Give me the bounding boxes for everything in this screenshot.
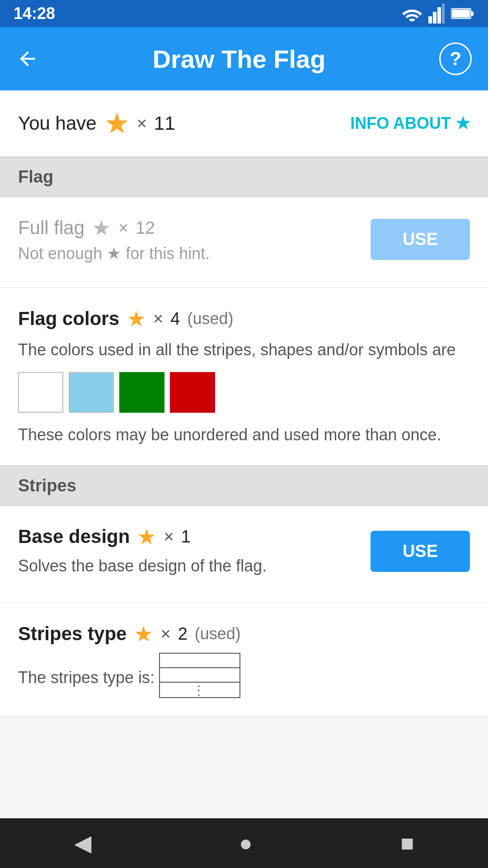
svg-rect-5 [452,9,470,18]
color-swatch-blue [69,372,114,413]
multiply-symbol: × [137,114,147,133]
stripes-type-desc-row: The stripes type is: ⋮ [18,653,470,698]
stripes-type-header: Stripes type ★ × 2 (used) [18,621,470,646]
nav-home-button[interactable]: ● [239,830,253,856]
svg-rect-0 [428,16,432,24]
back-button[interactable] [16,47,39,70]
base-design-use-button[interactable]: USE [371,531,470,572]
flag-colors-cost: 4 [170,309,180,329]
flag-colors-hint: Flag colors ★ × 4 (used) The colors used… [0,288,488,466]
status-time: 14:28 [14,4,55,23]
nav-back-button[interactable]: ◀ [74,830,91,856]
color-swatch-white [18,372,63,413]
nav-spacer [0,717,488,775]
svg-rect-3 [442,4,445,24]
help-icon: ? [450,48,461,70]
status-bar: 14:28 [0,0,488,27]
stripes-type-illustration: ⋮ [159,653,240,698]
info-about-label: INFO ABOUT ★ [350,114,470,133]
svg-rect-2 [437,7,441,24]
star-count: 11 [154,113,175,134]
page-title: Draw The Flag [153,44,326,74]
flag-colors-title: Flag colors [18,308,119,330]
stripes-type-star-icon: ★ [134,621,153,646]
flag-colors-desc1: The colors used in all the stripes, shap… [18,338,470,362]
color-swatch-green [119,372,164,413]
svg-rect-6 [471,11,474,16]
base-design-desc: Solves the base design of the flag. [18,554,267,578]
status-icons [402,4,474,24]
full-flag-hint: Full flag ★ × 12 Not enough ★ for this h… [0,197,488,288]
base-design-cost: 1 [181,527,191,547]
battery-icon [451,7,474,20]
svg-rect-1 [433,12,436,24]
base-design-star-icon: ★ [137,524,156,549]
you-have-label: You have [18,113,97,134]
stars-row: You have ★ × 11 INFO ABOUT ★ [0,90,488,157]
signal-icon [428,4,445,24]
stripe-2 [160,668,239,683]
info-about-button[interactable]: INFO ABOUT ★ [350,114,470,133]
full-flag-not-enough: Not enough ★ for this hint. [18,244,210,263]
flag-color-swatches [18,372,470,413]
help-button[interactable]: ? [439,42,472,75]
back-icon [16,47,39,70]
full-flag-cost: 12 [136,218,155,238]
flag-colors-used-badge: (used) [187,309,233,328]
flag-section-header: Flag [0,157,488,197]
stripe-1 [160,654,239,668]
full-flag-title: Full flag [18,217,84,239]
flag-colors-header: Flag colors ★ × 4 (used) [18,306,470,331]
nav-bar: ◀ ● ■ [0,818,488,868]
stripes-type-used-badge: (used) [195,624,241,643]
full-flag-left: Full flag ★ × 12 Not enough ★ for this h… [18,215,210,263]
stripes-type-cost: 2 [178,624,188,644]
star-icon-large: ★ [104,107,130,140]
nav-home-icon: ● [239,830,253,856]
base-design-multiply: × [164,527,174,547]
app-bar: Draw The Flag ? [0,27,488,90]
base-design-hint: Base design ★ × 1 Solves the base design… [0,506,488,603]
full-flag-use-button[interactable]: USE [371,219,470,260]
color-swatch-red [170,372,215,413]
stripes-type-multiply: × [160,624,170,644]
flag-colors-multiply: × [153,309,163,329]
stripe-dots: ⋮ [160,683,239,698]
stripes-section-header: Stripes [0,466,488,506]
full-flag-header: Full flag ★ × 12 Not enough ★ for this h… [18,215,470,263]
wifi-icon [402,6,422,21]
stars-info: You have ★ × 11 [18,107,175,140]
nav-recents-button[interactable]: ■ [400,830,414,856]
nav-back-icon: ◀ [74,830,91,856]
flag-colors-star-icon: ★ [127,306,146,331]
stripes-type-hint: Stripes type ★ × 2 (used) The stripes ty… [0,603,488,717]
flag-colors-desc2: These colors may be unordered and used m… [18,423,470,447]
base-design-left: Base design ★ × 1 Solves the base design… [18,524,267,578]
nav-recents-icon: ■ [400,830,414,856]
full-flag-multiply: × [118,218,128,238]
base-design-title: Base design [18,526,130,547]
stripes-type-desc: The stripes type is: [18,665,155,690]
base-design-header: Base design ★ × 1 Solves the base design… [18,524,470,578]
full-flag-star-icon: ★ [92,215,111,241]
stripes-type-title: Stripes type [18,623,127,645]
